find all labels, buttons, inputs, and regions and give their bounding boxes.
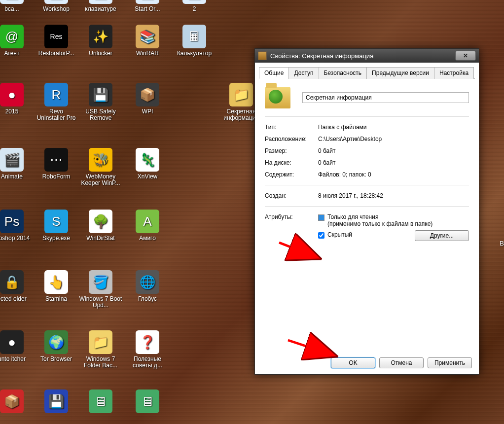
desktop-icon[interactable]: SSkype.exe (35, 210, 78, 242)
hidden-checkbox[interactable] (318, 232, 324, 239)
app-icon: 📁 (89, 330, 112, 354)
desktop-icon[interactable]: 🦎XnView (126, 148, 169, 180)
desktop-icon[interactable]: 🌳WinDirStat (79, 210, 122, 242)
app-icon: ✨ (89, 25, 112, 48)
desktop-icon[interactable]: 📦WPI (126, 83, 169, 115)
tab-общие[interactable]: Общие (259, 67, 289, 79)
app-icon: 📦 (136, 83, 159, 106)
apply-button[interactable]: Применить (428, 357, 472, 368)
desktop-icon[interactable]: 💾USB Safely Remove (79, 83, 122, 121)
other-attributes-button[interactable]: Другие... (415, 230, 469, 241)
readonly-checkbox[interactable] (318, 214, 324, 221)
desktop-icon[interactable]: ❓Полезные советы д... (126, 330, 169, 369)
app-icon: 🪣 (89, 270, 112, 294)
desktop-icon[interactable]: 💾 (35, 389, 78, 415)
desktop-icon-label: Tor Browser (35, 356, 78, 362)
desktop-icon[interactable]: ResRestoratorP... (35, 25, 78, 57)
desktop-icon-label: Revo Uninstaller Pro (35, 108, 78, 121)
app-icon: 📄 (182, 0, 206, 4)
desktop-icon-label: RoboForm (35, 174, 78, 180)
desktop-icon-label: ected older (0, 296, 34, 302)
desktop-icon-label: Skype.exe (35, 235, 78, 242)
readonly-label: Только для чтения (327, 213, 432, 220)
desktop-icon-label: 2 (173, 6, 216, 12)
desktop-icon[interactable]: 📁Windows 7 Folder Bac... (79, 330, 122, 369)
tab-настройка[interactable]: Настройка (434, 67, 474, 79)
desktop-icon-label: Калькулятор (173, 50, 216, 57)
desktop-icon[interactable]: RRevo Uninstaller Pro (35, 83, 78, 121)
desktop-icon[interactable]: 🖩Калькулятор (173, 25, 216, 57)
app-icon: 💾 (44, 389, 68, 413)
desktop-icon-label: Workshop (35, 6, 78, 12)
desktop-icon[interactable]: 👆Stamina (35, 270, 78, 302)
desktop-icon[interactable]: 📄bca... (0, 0, 34, 12)
titlebar[interactable]: Свойства: Секретная информация ✕ (255, 49, 479, 63)
desktop-icon-label: WinDirStat (79, 235, 122, 242)
desktop-icon[interactable]: 🖥 (79, 389, 122, 415)
app-icon: 🦎 (136, 148, 159, 172)
desktop-icon[interactable]: 📚WinRAR (126, 25, 169, 57)
app-icon: 🖥 (136, 389, 159, 413)
desktop[interactable]: 📄bca...📄Workshop📄клавиатуре📄Start Or...📄… (0, 0, 504, 424)
desktop-icon[interactable]: 🔒ected older (0, 270, 34, 302)
app-icon: 🌍 (44, 330, 68, 354)
desktop-icon[interactable]: 🌐Глобус (126, 270, 169, 302)
desktop-icon[interactable]: 🖥 (126, 389, 169, 415)
location-label: Расположение: (265, 136, 318, 142)
desktop-icon-label: 2015 (0, 108, 34, 115)
attributes-label: Атрибуты: (265, 213, 318, 241)
contains-label: Содержит: (265, 171, 318, 178)
close-icon: ✕ (463, 52, 468, 59)
size-value: 0 байт (318, 147, 469, 154)
desktop-icon[interactable]: AАмиго (126, 210, 169, 242)
desktop-icon[interactable]: 🐝WebMoney Keeper WinP... (79, 148, 122, 186)
desktop-icon-label: клавиатуре (79, 6, 122, 12)
desktop-icon-label: XnView (126, 174, 169, 180)
tab-strip: ОбщиеДоступБезопасностьПредыдущие версии… (259, 67, 475, 79)
tab-доступ[interactable]: Доступ (288, 67, 319, 79)
type-label: Тип: (265, 124, 318, 131)
app-icon: 🖥 (89, 389, 112, 413)
contains-value: Файлов: 0; папок: 0 (318, 171, 469, 178)
dialog-body: ОбщиеДоступБезопасностьПредыдущие версии… (255, 63, 479, 374)
desktop-icon[interactable]: 📦 (0, 389, 34, 415)
app-icon: 👆 (44, 270, 68, 294)
desktop-icon-label: WinRAR (126, 50, 169, 57)
properties-dialog: Свойства: Секретная информация ✕ ОбщиеДо… (254, 48, 479, 375)
desktop-icon[interactable]: ⋯RoboForm (35, 148, 78, 180)
desktop-icon[interactable]: Psotoshop 2014 (0, 210, 34, 242)
desktop-icon-label: Windows 7 Boot Upd... (79, 296, 122, 309)
cancel-button[interactable]: Отмена (379, 357, 424, 368)
desktop-icon-label: Полезные советы д... (126, 356, 169, 369)
app-icon: @ (0, 25, 24, 48)
app-icon: 🔒 (0, 270, 24, 294)
desktop-icon-label: Агент (0, 50, 34, 57)
tab-предыдущие версии[interactable]: Предыдущие версии (366, 67, 434, 79)
desktop-icon[interactable]: @Агент (0, 25, 34, 57)
ok-button[interactable]: OK (331, 357, 375, 368)
desktop-icon-label: Амиго (126, 235, 169, 242)
desktop-icon-label: WebMoney Keeper WinP... (79, 174, 122, 186)
app-icon: 📄 (44, 0, 68, 4)
desktop-icon[interactable]: 🌍Tor Browser (35, 330, 78, 362)
desktop-icon[interactable]: 📄2 (173, 0, 216, 12)
app-icon: 📁 (229, 83, 253, 106)
app-icon: 🖩 (182, 25, 206, 48)
app-icon: A (136, 210, 159, 233)
app-icon: 📄 (0, 0, 24, 4)
desktop-icon-label: Глобус (126, 296, 169, 302)
desktop-icon[interactable]: 📄Start Or... (126, 0, 169, 12)
desktop-icon[interactable]: 🪣Windows 7 Boot Upd... (79, 270, 122, 309)
app-icon: ● (0, 330, 24, 354)
desktop-icon[interactable]: 🎬Animate (0, 148, 34, 180)
desktop-icon[interactable]: ●2015 (0, 83, 34, 115)
app-icon: ❓ (136, 330, 159, 354)
desktop-icon[interactable]: ●unto itcher (0, 330, 34, 362)
desktop-icon[interactable]: 📄клавиатуре (79, 0, 122, 12)
close-button[interactable]: ✕ (455, 51, 476, 61)
desktop-icon[interactable]: ✨Unlocker (79, 25, 122, 57)
app-icon: Res (44, 25, 68, 48)
tab-безопасность[interactable]: Безопасность (319, 67, 367, 79)
folder-name-input[interactable] (302, 92, 469, 103)
desktop-icon[interactable]: 📄Workshop (35, 0, 78, 12)
